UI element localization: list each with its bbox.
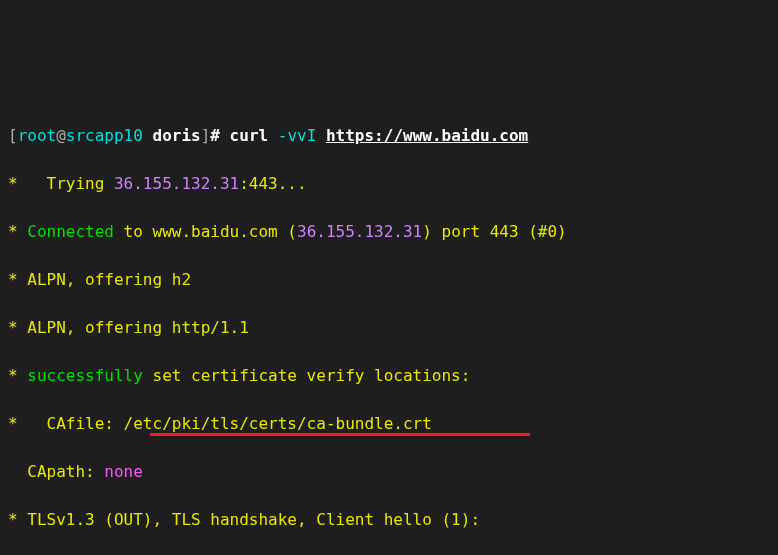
prompt-dir: doris [153,126,201,145]
annotation-underline [150,433,530,436]
curl-command: curl [230,126,269,145]
capath-line: CApath: none [8,460,770,484]
connected-line: * Connected to www.baidu.com (36.155.132… [8,220,770,244]
prompt-symbol: # [210,126,220,145]
tls-line: * TLSv1.3 (OUT), TLS handshake, Client h… [8,508,770,532]
successfully-line: * successfully set certificate verify lo… [8,364,770,388]
terminal-output: [root@srcapp10 doris]# curl -vvI https:/… [8,100,770,555]
ip-address: 36.155.132.31 [297,222,422,241]
cafile-line: * CAfile: /etc/pki/tls/certs/ca-bundle.c… [8,412,770,436]
curl-flags: -vvI [278,126,317,145]
curl-url: https://www.baidu.com [326,126,528,145]
alpn-http11-line: * ALPN, offering http/1.1 [8,316,770,340]
prompt-user: root [18,126,57,145]
ip-address: 36.155.132.31 [114,174,239,193]
prompt-host: srcapp10 [66,126,143,145]
alpn-h2-line: * ALPN, offering h2 [8,268,770,292]
trying-line: * Trying 36.155.132.31:443... [8,172,770,196]
prompt-line[interactable]: [root@srcapp10 doris]# curl -vvI https:/… [8,124,770,148]
